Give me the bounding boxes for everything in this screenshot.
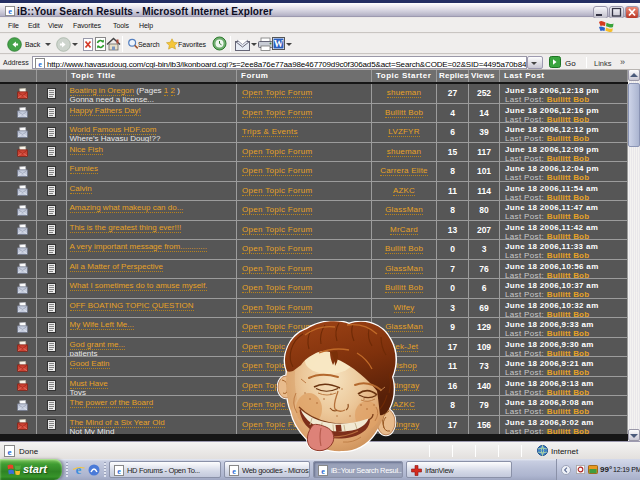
svg-text:e: e <box>8 447 12 457</box>
svg-text:e: e <box>76 463 82 476</box>
svg-text:e: e <box>38 60 42 69</box>
svg-text:e: e <box>8 7 12 16</box>
svg-text:W: W <box>274 39 284 49</box>
